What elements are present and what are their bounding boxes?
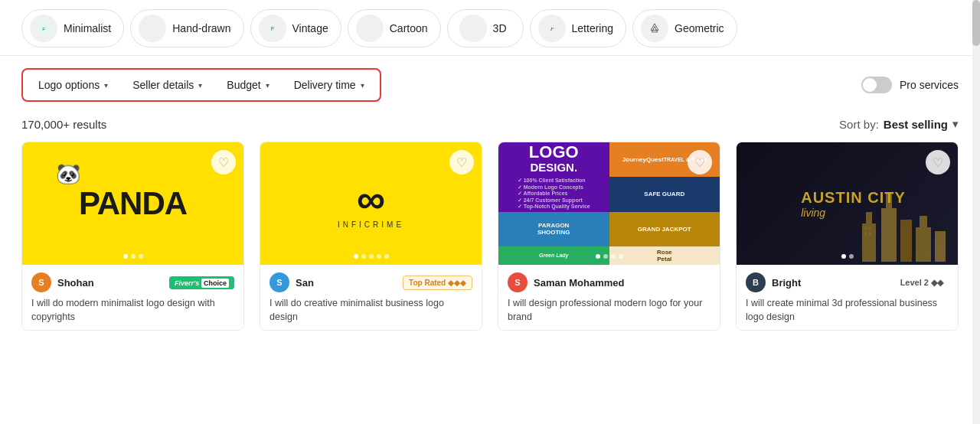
card-4-sub-text: living: [801, 207, 825, 219]
chevron-down-icon: ▾: [198, 81, 202, 90]
lettering-icon: F: [538, 15, 566, 42]
card-1-avatar: S: [31, 272, 51, 292]
svg-text:F: F: [549, 26, 554, 31]
cartoon-icon: 🐱: [356, 15, 384, 42]
card-4-dots: [841, 254, 854, 259]
svg-rect-12: [646, 20, 663, 37]
scrollbar-thumb[interactable]: [972, 0, 980, 46]
cards-grid: 🐼 PANDA ♡ S Shohan Fiverr's Choice I wil…: [0, 142, 980, 346]
card-2-seller-info: S San: [270, 272, 314, 292]
sort-by-label: Sort by:: [839, 118, 879, 131]
card-1-main-text: PANDA: [79, 185, 187, 222]
svg-rect-22: [935, 231, 946, 262]
card-3-image: LOGO DESIGN. ✓ 100% Client Satisfaction …: [498, 142, 720, 265]
svg-rect-25: [864, 233, 867, 235]
svg-rect-2: [144, 20, 161, 37]
vintage-icon: F: [259, 15, 286, 42]
handdrawn-icon: 🌿: [139, 15, 166, 42]
card-3-canvas: LOGO DESIGN. ✓ 100% Client Satisfaction …: [498, 142, 720, 265]
card-4-avatar: B: [746, 272, 766, 292]
card-1-seller-info: S Shohan: [31, 272, 94, 292]
pro-services-area: Pro services: [861, 77, 959, 93]
card-1-image: 🐼 PANDA ♡: [22, 142, 243, 265]
chevron-down-icon: ▾: [361, 81, 364, 90]
pro-services-label: Pro services: [900, 79, 959, 91]
card-2-seller-name: San: [296, 277, 314, 289]
card-4-badge: Level 2 ◆◆: [895, 276, 949, 290]
card-4-seller-name: Bright: [772, 277, 801, 289]
style-lettering[interactable]: F Lettering: [530, 9, 626, 47]
filter-bar: Logo options ▾ Seller details ▾ Budget ▾…: [0, 56, 980, 114]
card-4[interactable]: AUSTIN CITY living: [736, 142, 959, 331]
pro-services-toggle[interactable]: [861, 77, 892, 93]
card-4-city-text: AUSTIN CITY: [801, 189, 906, 207]
card-3-body: S Saman Mohammed I will design professio…: [498, 265, 720, 330]
card-4-image: AUSTIN CITY living: [737, 142, 958, 265]
card-1-description: I will do modern minimalist logo design …: [31, 297, 234, 324]
budget-filter[interactable]: Budget ▾: [214, 73, 281, 97]
style-minimalist[interactable]: F Minimalist: [21, 9, 124, 47]
card-1-dots: [123, 254, 143, 259]
delivery-time-filter[interactable]: Delivery time ▾: [282, 73, 377, 97]
card-1-favorite[interactable]: ♡: [211, 150, 236, 174]
sort-selector[interactable]: Sort by: Best selling ▾: [839, 117, 959, 131]
seller-details-filter[interactable]: Seller details ▾: [120, 73, 214, 97]
svg-rect-23: [864, 227, 867, 230]
card-3-dots: [596, 254, 623, 259]
svg-rect-26: [869, 233, 871, 235]
style-handdrawn[interactable]: 🌿 Hand-drawn: [130, 9, 243, 47]
card-2-sub-text: INFICRIME: [338, 220, 404, 229]
card-4-favorite[interactable]: ♡: [926, 150, 950, 174]
card-1-badge: Fiverr's Choice: [169, 276, 234, 289]
card-2[interactable]: ∞ INFICRIME ♡ S San Top Rated ◆◆◆ I will…: [260, 142, 482, 331]
card-1[interactable]: 🐼 PANDA ♡ S Shohan Fiverr's Choice I wil…: [21, 142, 244, 331]
card-2-description: I will do creative minimalist business l…: [270, 297, 472, 324]
style-cartoon[interactable]: 🐱 Cartoon: [348, 9, 441, 47]
svg-rect-21: [920, 216, 927, 231]
results-row: 170,000+ results Sort by: Best selling ▾: [0, 114, 980, 142]
card-3-avatar: S: [508, 272, 528, 292]
card-2-body: S San Top Rated ◆◆◆ I will do creative m…: [260, 265, 482, 330]
card-4-canvas: AUSTIN CITY living: [737, 142, 958, 265]
svg-rect-8: [465, 20, 482, 37]
svg-text:F: F: [270, 25, 274, 32]
filter-outline: Logo options ▾ Seller details ▾ Budget ▾…: [21, 68, 381, 102]
card-4-seller-row: B Bright Level 2 ◆◆: [746, 272, 949, 292]
svg-rect-19: [900, 220, 912, 262]
card-3[interactable]: LOGO DESIGN. ✓ 100% Client Satisfaction …: [498, 142, 720, 331]
style-3d[interactable]: 🌐 3D: [447, 9, 524, 47]
card-4-seller-info: B Bright: [746, 272, 801, 292]
svg-rect-24: [869, 227, 871, 230]
3d-icon: 🌐: [459, 15, 487, 42]
card-2-badge: Top Rated ◆◆◆: [403, 276, 472, 290]
card-3-description: I will design professional modern logo f…: [508, 297, 710, 324]
style-vintage[interactable]: F Vintage: [250, 9, 341, 47]
chevron-down-icon: ▾: [266, 81, 270, 90]
card-2-canvas: ∞ INFICRIME: [260, 142, 482, 265]
card-2-favorite[interactable]: ♡: [449, 150, 474, 174]
card-4-body: B Bright Level 2 ◆◆ I will create minima…: [737, 265, 958, 330]
card-3-seller-row: S Saman Mohammed: [508, 272, 710, 292]
card-1-body: S Shohan Fiverr's Choice I will do moder…: [22, 265, 243, 330]
card-1-seller-row: S Shohan Fiverr's Choice: [31, 272, 234, 292]
card-1-seller-name: Shohan: [57, 277, 94, 289]
card-2-dots: [354, 254, 389, 259]
card-3-seller-name: Saman Mohammed: [534, 277, 624, 289]
scrollbar-track: [972, 0, 980, 346]
card-2-seller-row: S San Top Rated ◆◆◆: [270, 272, 472, 292]
results-count: 170,000+ results: [21, 118, 106, 131]
svg-rect-6: [361, 20, 378, 37]
card-3-seller-info: S Saman Mohammed: [508, 272, 624, 292]
card-1-canvas: 🐼 PANDA: [22, 142, 243, 265]
logo-options-filter[interactable]: Logo options ▾: [26, 73, 120, 97]
style-selector-row: F Minimalist 🌿 Hand-drawn F Vintage 🐱: [0, 0, 980, 56]
sort-value: Best selling: [884, 118, 948, 131]
card-4-description: I will create minimal 3d professional bu…: [746, 297, 949, 324]
card-2-image: ∞ INFICRIME ♡: [260, 142, 482, 265]
geometric-icon: [641, 15, 668, 42]
svg-rect-20: [916, 227, 931, 262]
style-geometric[interactable]: Geometric: [632, 9, 737, 47]
minimalist-icon: F: [30, 15, 57, 42]
chevron-down-icon: ▾: [952, 117, 959, 131]
card-3-favorite[interactable]: ♡: [688, 150, 712, 174]
